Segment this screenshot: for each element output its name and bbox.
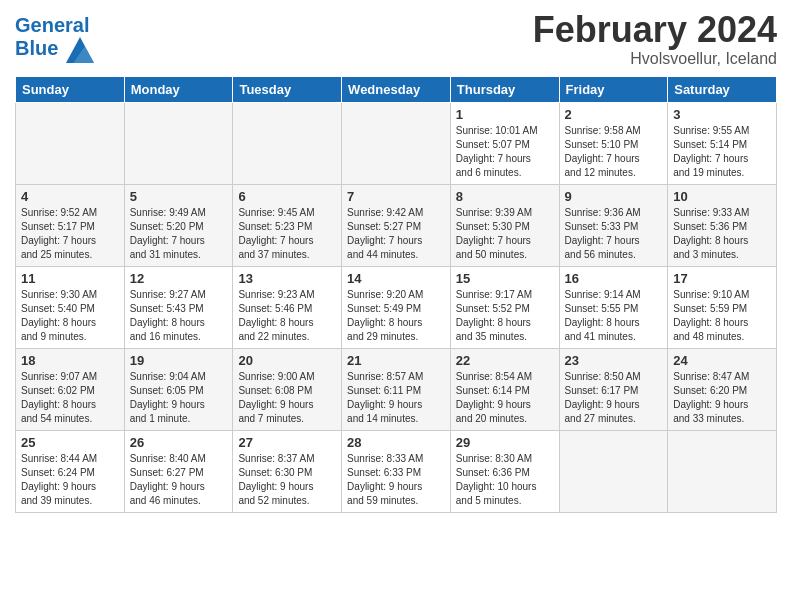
calendar-day-cell: 11Sunrise: 9:30 AM Sunset: 5:40 PM Dayli…: [16, 266, 125, 348]
calendar-week-row: 1Sunrise: 10:01 AM Sunset: 5:07 PM Dayli…: [16, 102, 777, 184]
calendar-day-cell: 25Sunrise: 8:44 AM Sunset: 6:24 PM Dayli…: [16, 430, 125, 512]
calendar-day-cell: 2Sunrise: 9:58 AM Sunset: 5:10 PM Daylig…: [559, 102, 668, 184]
calendar-day-cell: 13Sunrise: 9:23 AM Sunset: 5:46 PM Dayli…: [233, 266, 342, 348]
day-info: Sunrise: 9:45 AM Sunset: 5:23 PM Dayligh…: [238, 206, 336, 262]
day-info: Sunrise: 9:55 AM Sunset: 5:14 PM Dayligh…: [673, 124, 771, 180]
day-number: 17: [673, 271, 771, 286]
day-info: Sunrise: 10:01 AM Sunset: 5:07 PM Daylig…: [456, 124, 554, 180]
month-title: February 2024: [533, 10, 777, 50]
calendar-day-cell: 10Sunrise: 9:33 AM Sunset: 5:36 PM Dayli…: [668, 184, 777, 266]
day-number: 23: [565, 353, 663, 368]
calendar-day-cell: [559, 430, 668, 512]
day-number: 10: [673, 189, 771, 204]
calendar-week-row: 25Sunrise: 8:44 AM Sunset: 6:24 PM Dayli…: [16, 430, 777, 512]
logo-text: General: [15, 14, 94, 36]
day-of-week-header: Friday: [559, 76, 668, 102]
day-number: 28: [347, 435, 445, 450]
calendar-day-cell: 6Sunrise: 9:45 AM Sunset: 5:23 PM Daylig…: [233, 184, 342, 266]
page-header: General Blue February 2024 Hvolsvoellur,…: [15, 10, 777, 68]
calendar-table: SundayMondayTuesdayWednesdayThursdayFrid…: [15, 76, 777, 513]
day-info: Sunrise: 9:23 AM Sunset: 5:46 PM Dayligh…: [238, 288, 336, 344]
day-number: 29: [456, 435, 554, 450]
calendar-day-cell: 28Sunrise: 8:33 AM Sunset: 6:33 PM Dayli…: [342, 430, 451, 512]
calendar-day-cell: [668, 430, 777, 512]
day-number: 3: [673, 107, 771, 122]
day-info: Sunrise: 9:42 AM Sunset: 5:27 PM Dayligh…: [347, 206, 445, 262]
day-info: Sunrise: 9:52 AM Sunset: 5:17 PM Dayligh…: [21, 206, 119, 262]
day-number: 6: [238, 189, 336, 204]
day-of-week-header: Monday: [124, 76, 233, 102]
day-of-week-header: Saturday: [668, 76, 777, 102]
calendar-day-cell: 26Sunrise: 8:40 AM Sunset: 6:27 PM Dayli…: [124, 430, 233, 512]
logo-icon: [66, 36, 94, 64]
calendar-week-row: 11Sunrise: 9:30 AM Sunset: 5:40 PM Dayli…: [16, 266, 777, 348]
day-number: 7: [347, 189, 445, 204]
day-number: 12: [130, 271, 228, 286]
calendar-day-cell: 18Sunrise: 9:07 AM Sunset: 6:02 PM Dayli…: [16, 348, 125, 430]
calendar-day-cell: [233, 102, 342, 184]
day-of-week-header: Sunday: [16, 76, 125, 102]
day-number: 27: [238, 435, 336, 450]
day-info: Sunrise: 8:57 AM Sunset: 6:11 PM Dayligh…: [347, 370, 445, 426]
calendar-day-cell: 1Sunrise: 10:01 AM Sunset: 5:07 PM Dayli…: [450, 102, 559, 184]
day-number: 18: [21, 353, 119, 368]
calendar-day-cell: 16Sunrise: 9:14 AM Sunset: 5:55 PM Dayli…: [559, 266, 668, 348]
day-number: 24: [673, 353, 771, 368]
day-info: Sunrise: 9:58 AM Sunset: 5:10 PM Dayligh…: [565, 124, 663, 180]
day-info: Sunrise: 9:17 AM Sunset: 5:52 PM Dayligh…: [456, 288, 554, 344]
calendar-day-cell: 7Sunrise: 9:42 AM Sunset: 5:27 PM Daylig…: [342, 184, 451, 266]
calendar-day-cell: 5Sunrise: 9:49 AM Sunset: 5:20 PM Daylig…: [124, 184, 233, 266]
day-info: Sunrise: 8:37 AM Sunset: 6:30 PM Dayligh…: [238, 452, 336, 508]
calendar-day-cell: 3Sunrise: 9:55 AM Sunset: 5:14 PM Daylig…: [668, 102, 777, 184]
calendar-week-row: 4Sunrise: 9:52 AM Sunset: 5:17 PM Daylig…: [16, 184, 777, 266]
day-number: 21: [347, 353, 445, 368]
location-subtitle: Hvolsvoellur, Iceland: [533, 50, 777, 68]
day-number: 5: [130, 189, 228, 204]
day-number: 13: [238, 271, 336, 286]
calendar-day-cell: [342, 102, 451, 184]
calendar-week-row: 18Sunrise: 9:07 AM Sunset: 6:02 PM Dayli…: [16, 348, 777, 430]
day-of-week-header: Tuesday: [233, 76, 342, 102]
day-info: Sunrise: 8:47 AM Sunset: 6:20 PM Dayligh…: [673, 370, 771, 426]
day-info: Sunrise: 9:04 AM Sunset: 6:05 PM Dayligh…: [130, 370, 228, 426]
calendar-day-cell: 20Sunrise: 9:00 AM Sunset: 6:08 PM Dayli…: [233, 348, 342, 430]
day-info: Sunrise: 8:40 AM Sunset: 6:27 PM Dayligh…: [130, 452, 228, 508]
day-info: Sunrise: 9:00 AM Sunset: 6:08 PM Dayligh…: [238, 370, 336, 426]
day-info: Sunrise: 9:10 AM Sunset: 5:59 PM Dayligh…: [673, 288, 771, 344]
day-number: 19: [130, 353, 228, 368]
calendar-day-cell: 19Sunrise: 9:04 AM Sunset: 6:05 PM Dayli…: [124, 348, 233, 430]
day-info: Sunrise: 9:49 AM Sunset: 5:20 PM Dayligh…: [130, 206, 228, 262]
day-info: Sunrise: 9:07 AM Sunset: 6:02 PM Dayligh…: [21, 370, 119, 426]
day-info: Sunrise: 8:30 AM Sunset: 6:36 PM Dayligh…: [456, 452, 554, 508]
logo: General Blue: [15, 14, 94, 64]
calendar-header-row: SundayMondayTuesdayWednesdayThursdayFrid…: [16, 76, 777, 102]
title-block: February 2024 Hvolsvoellur, Iceland: [533, 10, 777, 68]
day-number: 15: [456, 271, 554, 286]
calendar-day-cell: [16, 102, 125, 184]
calendar-day-cell: 29Sunrise: 8:30 AM Sunset: 6:36 PM Dayli…: [450, 430, 559, 512]
calendar-day-cell: 23Sunrise: 8:50 AM Sunset: 6:17 PM Dayli…: [559, 348, 668, 430]
calendar-day-cell: 17Sunrise: 9:10 AM Sunset: 5:59 PM Dayli…: [668, 266, 777, 348]
calendar-day-cell: 27Sunrise: 8:37 AM Sunset: 6:30 PM Dayli…: [233, 430, 342, 512]
calendar-day-cell: 22Sunrise: 8:54 AM Sunset: 6:14 PM Dayli…: [450, 348, 559, 430]
day-number: 14: [347, 271, 445, 286]
day-number: 20: [238, 353, 336, 368]
day-info: Sunrise: 8:54 AM Sunset: 6:14 PM Dayligh…: [456, 370, 554, 426]
day-number: 16: [565, 271, 663, 286]
day-number: 4: [21, 189, 119, 204]
day-info: Sunrise: 9:36 AM Sunset: 5:33 PM Dayligh…: [565, 206, 663, 262]
day-number: 2: [565, 107, 663, 122]
calendar-day-cell: 24Sunrise: 8:47 AM Sunset: 6:20 PM Dayli…: [668, 348, 777, 430]
day-info: Sunrise: 9:33 AM Sunset: 5:36 PM Dayligh…: [673, 206, 771, 262]
calendar-day-cell: [124, 102, 233, 184]
day-info: Sunrise: 8:50 AM Sunset: 6:17 PM Dayligh…: [565, 370, 663, 426]
day-number: 11: [21, 271, 119, 286]
day-number: 26: [130, 435, 228, 450]
day-number: 1: [456, 107, 554, 122]
day-info: Sunrise: 9:30 AM Sunset: 5:40 PM Dayligh…: [21, 288, 119, 344]
calendar-day-cell: 9Sunrise: 9:36 AM Sunset: 5:33 PM Daylig…: [559, 184, 668, 266]
day-info: Sunrise: 8:44 AM Sunset: 6:24 PM Dayligh…: [21, 452, 119, 508]
calendar-day-cell: 15Sunrise: 9:17 AM Sunset: 5:52 PM Dayli…: [450, 266, 559, 348]
day-info: Sunrise: 9:27 AM Sunset: 5:43 PM Dayligh…: [130, 288, 228, 344]
day-info: Sunrise: 8:33 AM Sunset: 6:33 PM Dayligh…: [347, 452, 445, 508]
